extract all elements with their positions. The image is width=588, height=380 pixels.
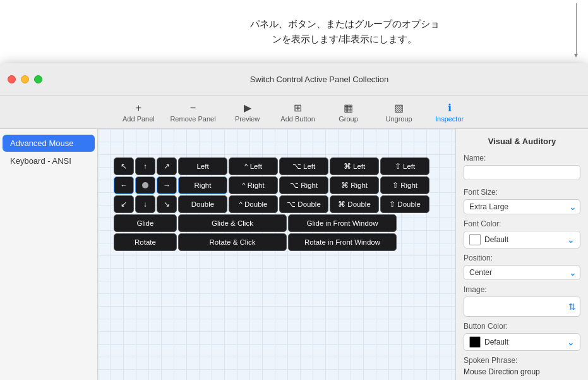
remove-panel-button[interactable]: − Remove Panel: [170, 102, 215, 123]
button-grid: ↖ ↑ ↗ Left ^ Left ⌥ Left ⌘ Left ⇧ Left ←…: [114, 157, 429, 252]
image-label: Image:: [464, 285, 580, 294]
group-icon: ▦: [344, 102, 353, 114]
inspector-label: Inspector: [435, 115, 464, 123]
canvas-area: ↖ ↑ ↗ Left ^ Left ⌥ Left ⌘ Left ⇧ Left ←…: [98, 129, 455, 380]
preview-button[interactable]: ▶ Preview: [229, 102, 267, 123]
btn-right[interactable]: Right: [178, 176, 227, 194]
button-color-value: Default: [484, 338, 563, 346]
sidebar: Advanced Mouse Keyboard - ANSI: [0, 129, 98, 380]
add-panel-icon: +: [136, 102, 141, 114]
position-select[interactable]: Center Top Left Top Center Top Right Bot…: [464, 265, 580, 280]
btn-n[interactable]: ↑: [135, 157, 155, 175]
btn-cmd-right[interactable]: ⌘ Right: [330, 176, 379, 194]
image-field[interactable]: ⇅: [464, 297, 580, 317]
inspector-icon: ℹ: [448, 102, 452, 114]
btn-e[interactable]: →: [157, 176, 177, 194]
tooltip-text: パネル、ボタン、またはグループのオプショ ンを表示します/非表示にします。: [250, 16, 440, 47]
btn-se[interactable]: ↘: [157, 195, 177, 213]
btn-opt-left[interactable]: ⌥ Left: [279, 157, 328, 175]
group-label: Group: [339, 115, 358, 123]
btn-shift-left[interactable]: ⇧ Left: [380, 157, 429, 175]
add-panel-button[interactable]: + Add Panel: [119, 102, 157, 123]
font-color-value: Default: [484, 235, 563, 244]
group-button[interactable]: ▦ Group: [330, 102, 368, 123]
spoken-phrase-label: Spoken Phrase:: [464, 356, 580, 365]
button-color-chevron: ⌄: [567, 337, 575, 347]
window-title: Switch Control Active Panel Collection: [61, 75, 578, 84]
font-size-label: Font Size:: [464, 188, 580, 197]
name-input[interactable]: [464, 165, 580, 180]
add-button-icon: ⊞: [294, 102, 302, 114]
sidebar-item-advanced-mouse[interactable]: Advanced Mouse: [3, 135, 95, 152]
position-select-wrapper: Center Top Left Top Center Top Right Bot…: [464, 265, 580, 280]
button-color-row[interactable]: Default ⌄: [464, 333, 580, 351]
btn-cmd-double[interactable]: ⌘ Double: [330, 195, 379, 213]
font-color-row[interactable]: Default ⌄: [464, 231, 580, 248]
preview-label: Preview: [235, 115, 260, 123]
btn-s[interactable]: ↓: [135, 195, 155, 213]
btn-ctrl-right[interactable]: ^ Right: [229, 176, 278, 194]
btn-shift-double[interactable]: ⇧ Double: [380, 195, 429, 213]
btn-nw[interactable]: ↖: [114, 157, 134, 175]
button-row-1: ↖ ↑ ↗ Left ^ Left ⌥ Left ⌘ Left ⇧ Left: [114, 157, 429, 175]
btn-left[interactable]: Left: [178, 157, 227, 175]
add-button-button[interactable]: ⊞ Add Button: [279, 102, 317, 123]
zoom-button[interactable]: [34, 75, 42, 83]
btn-opt-double[interactable]: ⌥ Double: [279, 195, 328, 213]
font-size-select-wrapper: Extra Large Large Medium Small ⌄: [464, 199, 580, 214]
btn-ctrl-double[interactable]: ^ Double: [229, 195, 278, 213]
button-row-5: Rotate Rotate & Click Rotate in Front Wi…: [114, 233, 429, 251]
preview-icon: ▶: [244, 102, 251, 114]
panel-title: Visual & Auditory: [464, 137, 580, 146]
font-color-swatch: [469, 234, 481, 245]
image-stepper-icon: ⇅: [568, 302, 576, 312]
btn-ne[interactable]: ↗: [157, 157, 177, 175]
main-window: Switch Control Active Panel Collection +…: [0, 63, 588, 380]
inspector-button[interactable]: ℹ Inspector: [431, 102, 469, 123]
button-row-3: ↙ ↓ ↘ Double ^ Double ⌥ Double ⌘ Double …: [114, 195, 429, 213]
font-size-select[interactable]: Extra Large Large Medium Small: [464, 199, 580, 214]
btn-ctrl-left[interactable]: ^ Left: [229, 157, 278, 175]
name-label: Name:: [464, 154, 580, 162]
btn-opt-right[interactable]: ⌥ Right: [279, 176, 328, 194]
add-panel-label: Add Panel: [123, 115, 155, 123]
btn-rotate-click[interactable]: Rotate & Click: [178, 233, 287, 251]
add-button-label: Add Button: [280, 115, 315, 123]
btn-w[interactable]: ←: [114, 176, 134, 194]
btn-center[interactable]: [135, 176, 155, 194]
ungroup-label: Ungroup: [385, 115, 412, 123]
remove-panel-label: Remove Panel: [170, 115, 215, 123]
btn-rotate-front[interactable]: Rotate in Front Window: [288, 233, 397, 251]
ungroup-icon: ▧: [394, 102, 404, 114]
button-color-label: Button Color:: [464, 322, 580, 331]
btn-double[interactable]: Double: [178, 195, 227, 213]
spoken-phrase-value: Mouse Direction group: [464, 367, 580, 376]
btn-glide-click[interactable]: Glide & Click: [178, 214, 287, 232]
button-color-swatch: [469, 336, 481, 348]
titlebar: Switch Control Active Panel Collection: [0, 63, 588, 96]
tooltip-area: パネル、ボタン、またはグループのオプショ ンを表示します/非表示にします。: [101, 0, 588, 63]
btn-rotate[interactable]: Rotate: [114, 233, 177, 251]
btn-shift-right[interactable]: ⇧ Right: [380, 176, 429, 194]
position-label: Position:: [464, 254, 580, 262]
btn-glide[interactable]: Glide: [114, 214, 177, 232]
btn-sw[interactable]: ↙: [114, 195, 134, 213]
ungroup-button[interactable]: ▧ Ungroup: [380, 102, 418, 123]
button-row-4: Glide Glide & Click Glide in Front Windo…: [114, 214, 429, 232]
main-content: Advanced Mouse Keyboard - ANSI ↖ ↑ ↗ Lef…: [0, 129, 588, 380]
btn-glide-front[interactable]: Glide in Front Window: [288, 214, 397, 232]
minimize-button[interactable]: [21, 75, 29, 83]
close-button[interactable]: [8, 75, 16, 83]
btn-cmd-left[interactable]: ⌘ Left: [330, 157, 379, 175]
font-color-label: Font Color:: [464, 219, 580, 228]
remove-panel-icon: −: [190, 102, 196, 114]
sidebar-item-keyboard-ansi[interactable]: Keyboard - ANSI: [3, 152, 95, 169]
right-panel: Visual & Auditory Name: Font Size: Extra…: [455, 129, 588, 380]
font-color-chevron: ⌄: [567, 235, 575, 245]
traffic-lights: [8, 75, 42, 83]
button-row-2: ← → Right ^ Right ⌥ Right ⌘ Right ⇧ Righ…: [114, 176, 429, 194]
toolbar: + Add Panel − Remove Panel ▶ Preview ⊞ A…: [0, 96, 588, 129]
